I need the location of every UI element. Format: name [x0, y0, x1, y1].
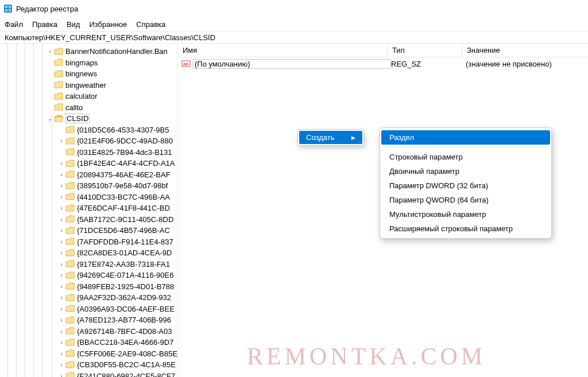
- folder-icon: [65, 215, 75, 223]
- folder-icon: [54, 92, 63, 100]
- tree-item[interactable]: ⌄CLSID: [0, 113, 177, 125]
- value-type: REG_SZ: [391, 60, 466, 68]
- menu-item[interactable]: Расширяемый строковый параметр: [381, 221, 550, 236]
- expand-icon[interactable]: ›: [46, 48, 54, 55]
- col-value[interactable]: Значение: [462, 44, 588, 57]
- expand-icon[interactable]: ›: [57, 172, 65, 178]
- menu-file[interactable]: Файл: [5, 20, 23, 29]
- tree-item[interactable]: {031E4825-7B94-4dc3-B131: [0, 147, 177, 158]
- tree-item[interactable]: ›{82CA8DE3-01AD-4CEA-9D: [0, 247, 177, 259]
- tree-item-label: {1BF42E4C-4AF4-4CFD-A1A: [77, 159, 175, 168]
- menu-item[interactable]: Двоичный параметр: [381, 164, 550, 178]
- tree-item[interactable]: ›{5AB7172C-9C11-405C-8DD: [0, 214, 177, 226]
- submenu-create[interactable]: Создать ▶: [299, 131, 362, 144]
- expand-icon[interactable]: ›: [57, 272, 65, 278]
- menu-view[interactable]: Вид: [67, 20, 80, 29]
- tree-item[interactable]: ›{389510b7-9e58-40d7-98bf: [0, 180, 177, 192]
- tree-item-label: {021E4F06-9DCC-49AD-880: [77, 137, 173, 145]
- col-type[interactable]: Тип: [388, 44, 462, 57]
- tree-item[interactable]: ›BannerNotificationHandler.Ban: [0, 46, 177, 57]
- expand-icon[interactable]: ›: [57, 138, 65, 144]
- expand-icon[interactable]: ›: [57, 306, 65, 312]
- tree-item[interactable]: ›{BBACC218-34EA-4666-9D7: [0, 337, 177, 348]
- tree-item[interactable]: ›{9AA2F32D-362A-42D9-932: [0, 292, 177, 304]
- tree-item[interactable]: callto: [0, 102, 177, 114]
- folder-icon: [65, 148, 75, 156]
- tree-item[interactable]: calculator: [0, 91, 177, 102]
- expand-icon[interactable]: ›: [57, 182, 65, 189]
- expand-icon[interactable]: ›: [57, 283, 65, 290]
- menu-favorites[interactable]: Избранное: [89, 20, 127, 29]
- tree-item[interactable]: ›{A78ED123-AB77-406B-996: [0, 314, 177, 326]
- tree-panel[interactable]: ›BannerNotificationHandler.Banbingmapsbi…: [0, 44, 178, 377]
- tree-item[interactable]: ›{94269C4E-071A-4116-90E6: [0, 270, 177, 281]
- tree-item[interactable]: ›{021E4F06-9DCC-49AD-880: [0, 135, 177, 147]
- tree-item[interactable]: ›{A926714B-7BFC-4D08-A03: [0, 326, 177, 337]
- context-menu: РазделСтроковый параметрДвоичный парамет…: [380, 127, 552, 239]
- menu-item[interactable]: Раздел: [381, 130, 550, 145]
- tree-item-label: {9489FEB2-1925-4D01-B788: [77, 282, 174, 291]
- menu-item[interactable]: Мультистроковый параметр: [381, 207, 550, 221]
- tree-item[interactable]: ›{C5FF006E-2AE9-408C-B85E: [0, 348, 177, 360]
- tree-item[interactable]: bingmaps: [0, 57, 177, 69]
- expand-icon[interactable]: ›: [57, 239, 65, 245]
- menu-item[interactable]: Строковый параметр: [381, 150, 550, 164]
- expand-icon[interactable]: ›: [57, 227, 65, 234]
- value-row[interactable]: ab (По умолчанию) REG_SZ (значение не пр…: [178, 57, 588, 70]
- expand-icon[interactable]: ›: [57, 362, 65, 368]
- menu-edit[interactable]: Правка: [32, 20, 57, 29]
- chevron-right-icon: ▶: [351, 135, 355, 141]
- expand-icon[interactable]: ›: [57, 339, 65, 345]
- tree-item-label: {7AFDFDDB-F914-11E4-837: [77, 238, 173, 246]
- expand-icon[interactable]: ›: [57, 373, 65, 377]
- tree-item[interactable]: {018D5C66-4533-4307-9B5: [0, 125, 177, 136]
- expand-icon[interactable]: ›: [57, 216, 65, 223]
- menu-item[interactable]: Параметр QWORD (64 бита): [381, 193, 550, 207]
- folder-icon: [65, 170, 75, 178]
- tree-item-label: {94269C4E-071A-4116-90E6: [77, 271, 173, 279]
- tree-item[interactable]: ›{20894375-46AE-46E2-BAF: [0, 169, 177, 181]
- menu-item[interactable]: Параметр DWORD (32 бита): [381, 178, 550, 193]
- col-name[interactable]: Имя: [178, 44, 388, 57]
- expand-icon[interactable]: ›: [57, 205, 65, 211]
- svg-rect-1: [5, 6, 7, 8]
- menu-help[interactable]: Справка: [136, 20, 165, 29]
- tree-item[interactable]: bingnews: [0, 68, 177, 80]
- tree-item[interactable]: ›{917E8742-AA3B-7318-FA1: [0, 259, 177, 270]
- expand-icon[interactable]: ›: [57, 261, 65, 267]
- svg-text:ab: ab: [183, 61, 188, 67]
- expand-icon[interactable]: ›: [57, 294, 65, 301]
- expand-icon[interactable]: ⌄: [46, 115, 54, 122]
- address-bar[interactable]: Компьютер\HKEY_CURRENT_USER\Software\Cla…: [0, 31, 588, 44]
- menubar: Файл Правка Вид Избранное Справка: [0, 17, 588, 31]
- tree-item[interactable]: ›{4410DC33-BC7C-496B-AA: [0, 192, 177, 203]
- tree-item-label: {F241C880-6982-4CE5-8CF7: [77, 372, 175, 377]
- folder-icon: [65, 327, 75, 335]
- expand-icon[interactable]: ›: [57, 328, 65, 335]
- folder-icon: [65, 372, 75, 377]
- tree-item[interactable]: ›{71DCE5D6-4B57-496B-AC: [0, 225, 177, 236]
- tree-item-label: {A0396A93-DC06-4AEF-BEE: [77, 305, 175, 313]
- expand-icon[interactable]: ›: [57, 351, 65, 357]
- expand-icon[interactable]: ›: [57, 194, 65, 200]
- tree-item-label: bingnews: [65, 69, 97, 78]
- expand-icon[interactable]: ›: [57, 250, 65, 256]
- titlebar: Редактор реестра: [0, 0, 588, 17]
- tree-item[interactable]: ›{9489FEB2-1925-4D01-B788: [0, 281, 177, 293]
- tree-item[interactable]: ›{A0396A93-DC06-4AEF-BEE: [0, 304, 177, 315]
- tree-item[interactable]: ›{CB3D0F55-BC2C-4C1A-85E: [0, 359, 177, 371]
- expand-icon[interactable]: ›: [57, 160, 65, 166]
- tree-item[interactable]: bingweather: [0, 80, 177, 91]
- tree-item-label: {20894375-46AE-46E2-BAF: [77, 170, 171, 179]
- tree-item-label: BannerNotificationHandler.Ban: [65, 47, 168, 56]
- regedit-icon: [3, 4, 13, 13]
- tree-item[interactable]: ›{47E6DCAF-41F8-441C-BD: [0, 203, 177, 214]
- tree-item[interactable]: ›{1BF42E4C-4AF4-4CFD-A1A: [0, 158, 177, 169]
- tree-item[interactable]: ›{F241C880-6982-4CE5-8CF7: [0, 371, 177, 378]
- tree-item-label: {5AB7172C-9C11-405C-8DD: [77, 215, 173, 224]
- expand-icon[interactable]: ›: [57, 317, 65, 323]
- tree-item[interactable]: ›{7AFDFDDB-F914-11E4-837: [0, 236, 177, 248]
- tree-item-label: calculator: [65, 92, 98, 100]
- folder-icon: [54, 70, 63, 78]
- tree-item-label: {917E8742-AA3B-7318-FA1: [77, 260, 170, 269]
